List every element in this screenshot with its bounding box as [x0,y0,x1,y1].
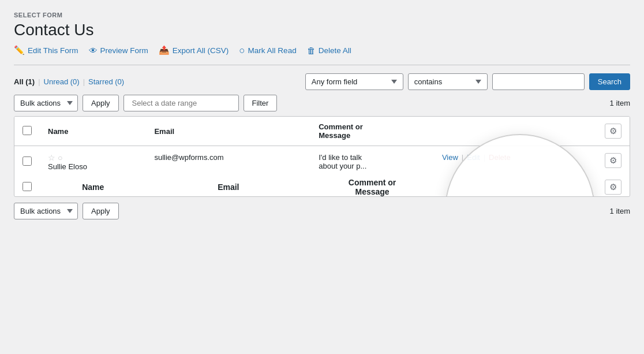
entries-table-wrapper: View | E Name Email Comment orMessage ⚙ [14,116,630,197]
header-email: Email [146,117,310,146]
export-icon: 📤 [159,45,170,55]
star-icons: ☆ ○ [48,153,138,162]
delete-all-link[interactable]: 🗑 Delete All [307,46,351,55]
gear-settings-button-footer[interactable]: ⚙ [605,180,621,195]
header-gear: ⚙ [597,117,630,146]
apply-button-top[interactable]: Apply [83,95,119,111]
item-count-top: 1 item [610,99,630,107]
tab-all[interactable]: All (1) [14,77,35,86]
preview-form-link[interactable]: 👁 Preview Form [89,46,148,55]
view-link[interactable]: View [442,153,458,162]
action-links: ✏️ Edit This Form 👁 Preview Form 📤 Expor… [14,45,630,55]
row-name-cell: ☆ ○ Sullie Eloso [40,146,146,178]
bulk-actions-select-bottom[interactable]: Bulk actions Delete [14,203,77,219]
bulk-actions-select[interactable]: Bulk actions Delete [14,95,77,111]
gear-settings-button-row[interactable]: ⚙ [605,153,621,168]
export-csv-link[interactable]: 📤 Export All (CSV) [159,45,229,55]
entry-email: sullie@wpforms.com [154,153,223,162]
footer-message: Comment orMessage [310,178,434,196]
footer-email: Email [146,178,310,196]
entry-name: Sullie Eloso [48,162,87,171]
date-range-input[interactable] [123,95,239,111]
gear-settings-button-header[interactable]: ⚙ [605,124,621,139]
search-button[interactable]: Search [589,73,630,90]
bulk-row-top: Bulk actions Delete Apply Filter 1 item [14,95,630,111]
row-gear-cell: ⚙ [597,146,630,178]
footer-checkbox-col [14,178,40,196]
row-checkbox-cell [14,146,40,178]
bulk-row-bottom: Bulk actions Delete Apply 1 item [14,203,630,219]
delete-all-label: Delete All [319,46,351,55]
bulk-actions-dropdown-wrapper: Bulk actions Delete [14,95,78,111]
section-divider [14,65,630,65]
tab-starred[interactable]: Starred (0) [88,77,124,86]
page-title: Contact Us [14,21,630,39]
entry-message: I'd like to talkabout your p... [319,153,366,170]
eye-icon: 👁 [89,46,98,55]
apply-button-bottom[interactable]: Apply [83,203,119,219]
mark-all-read-label: Mark All Read [248,46,297,55]
page-wrapper: SELECT FORM Contact Us ✏️ Edit This Form… [0,0,644,231]
select-form-label: SELECT FORM [14,12,630,18]
filter-button[interactable]: Filter [244,95,278,111]
row-email-cell: sullie@wpforms.com [146,146,310,178]
mark-all-read-link[interactable]: ○ Mark All Read [239,46,296,55]
tab-unread[interactable]: Unread (0) [44,77,80,86]
select-all-checkbox[interactable] [23,126,32,135]
star-icon[interactable]: ☆ [48,153,55,162]
edit-form-link[interactable]: ✏️ Edit This Form [14,45,78,55]
trash-icon: 🗑 [307,46,316,55]
preview-form-label: Preview Form [100,46,148,55]
search-input[interactable] [492,73,585,90]
field-dropdown[interactable]: Any form field Name Email Comment or Mes… [305,73,403,90]
circle-icon[interactable]: ○ [58,153,62,162]
header-checkbox-col [14,117,40,146]
filter-tabs: All (1) | Unread (0) | Starred (0) [14,77,124,86]
header-name: Name [40,117,146,146]
bulk-actions-dropdown-wrapper-bottom: Bulk actions Delete [14,203,78,219]
item-count-bottom: 1 item [610,207,630,215]
edit-form-label: Edit This Form [28,46,78,55]
export-csv-label: Export All (CSV) [173,46,229,55]
circle-icon: ○ [239,46,245,55]
row-checkbox[interactable] [23,156,32,166]
footer-gear: ⚙ [597,178,630,196]
footer-select-all-checkbox[interactable] [23,182,32,191]
header-message: Comment orMessage [310,117,434,146]
filter-row: All (1) | Unread (0) | Starred (0) Any f… [14,73,630,90]
edit-icon: ✏️ [14,45,25,55]
condition-dropdown[interactable]: contains does not contain is is not [408,73,488,90]
footer-name: Name [40,178,146,196]
row-message-cell: I'd like to talkabout your p... [310,146,434,178]
